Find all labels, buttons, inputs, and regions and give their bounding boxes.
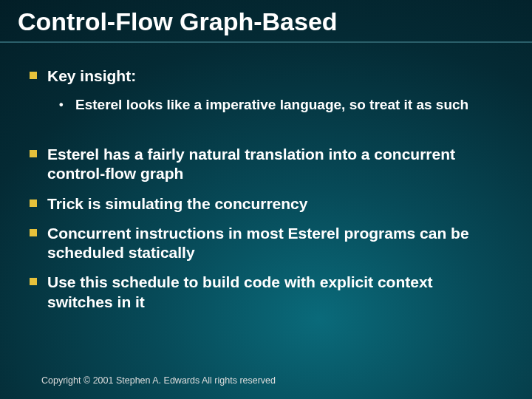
- spacer: [30, 124, 502, 145]
- bullet-item: Use this schedule to build code with exp…: [30, 273, 502, 312]
- square-bullet-icon: [30, 72, 37, 79]
- bullet-text: Use this schedule to build code with exp…: [47, 273, 502, 312]
- slide: Control-Flow Graph-Based Key insight: • …: [0, 0, 532, 399]
- copyright-footer: Copyright © 2001 Stephen A. Edwards All …: [41, 375, 276, 386]
- bullet-item: Trick is simulating the concurrency: [30, 194, 502, 214]
- bullet-text: Concurrent instructions in most Esterel …: [47, 224, 502, 263]
- bullet-item: Key insight:: [30, 66, 502, 86]
- bullet-text: Trick is simulating the concurrency: [47, 194, 307, 214]
- bullet-item: Concurrent instructions in most Esterel …: [30, 224, 502, 263]
- slide-body: Key insight: • Esterel looks like a impe…: [30, 66, 502, 362]
- bullet-item: Esterel has a fairly natural translation…: [30, 145, 502, 184]
- square-bullet-icon: [30, 150, 37, 157]
- square-bullet-icon: [30, 278, 37, 285]
- bullet-text: Key insight:: [47, 66, 136, 86]
- title-underline: [0, 41, 532, 43]
- dot-bullet-icon: •: [59, 98, 66, 112]
- square-bullet-icon: [30, 229, 37, 236]
- square-bullet-icon: [30, 200, 37, 207]
- sub-bullet-text: Esterel looks like a imperative language…: [75, 96, 468, 114]
- slide-title: Control-Flow Graph-Based: [18, 7, 514, 41]
- bullet-text: Esterel has a fairly natural translation…: [47, 145, 502, 184]
- sub-bullet-item: • Esterel looks like a imperative langua…: [59, 96, 502, 114]
